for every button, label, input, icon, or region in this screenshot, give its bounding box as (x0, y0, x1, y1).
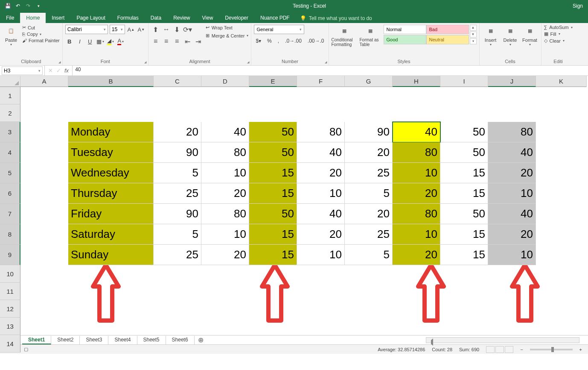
align-bottom-button[interactable]: ⬇ (172, 25, 182, 34)
cell-I4[interactable]: 50 (440, 142, 488, 163)
column-header-A[interactable]: A (20, 76, 68, 87)
cancel-formula-icon[interactable]: ✕ (48, 67, 53, 74)
font-color-button[interactable]: A (116, 37, 125, 46)
row-header-3[interactable]: 3 (0, 122, 20, 142)
cell-J6[interactable]: 10 (488, 183, 536, 204)
fill-button[interactable]: ▦Fill▾ (544, 31, 573, 37)
decrease-indent-button[interactable]: ⇤ (183, 37, 192, 46)
cut-button[interactable]: ✂ Cut (22, 25, 60, 30)
cell-C4[interactable]: 90 (154, 142, 201, 163)
cell-D7[interactable]: 80 (201, 204, 249, 224)
row-header-11[interactable]: 11 (0, 283, 20, 300)
cell-C6[interactable]: 25 (154, 183, 201, 204)
column-header-J[interactable]: J (488, 76, 536, 87)
row-header-7[interactable]: 7 (0, 204, 20, 224)
cell-F5[interactable]: 20 (297, 163, 345, 183)
cell-B6[interactable]: Thursday (68, 183, 154, 204)
delete-cells-button[interactable]: ▦Delete▾ (502, 25, 519, 46)
row-header-5[interactable]: 5 (0, 163, 20, 183)
paste-button[interactable]: 📋 Paste ▾ (3, 25, 20, 46)
new-sheet-button[interactable]: ⊕ (195, 336, 207, 344)
cell-H5[interactable]: 10 (393, 163, 440, 183)
wrap-text-button[interactable]: ↩Wrap Text (206, 25, 249, 30)
cell-J4[interactable]: 40 (488, 142, 536, 163)
cell-F3[interactable]: 80 (297, 122, 345, 142)
fx-icon[interactable]: fx (64, 67, 69, 74)
sheet-tab-sheet1[interactable]: Sheet1 (22, 336, 51, 344)
column-header-D[interactable]: D (201, 76, 249, 87)
cell-J7[interactable]: 40 (488, 204, 536, 224)
cell-J8[interactable]: 20 (488, 224, 536, 245)
tell-me-input[interactable]: 💡 Tell me what you want to do (300, 15, 372, 23)
row-header-1[interactable]: 1 (0, 87, 20, 104)
column-header-B[interactable]: B (68, 76, 154, 87)
borders-button[interactable]: ▦ (96, 37, 105, 46)
conditional-formatting-button[interactable]: ▦ Conditional Formatting (332, 25, 357, 47)
tab-home[interactable]: Home (20, 13, 46, 23)
select-all-corner[interactable] (0, 76, 20, 87)
save-icon[interactable]: 💾 (3, 2, 12, 10)
comma-format-button[interactable]: , (276, 36, 281, 46)
cell-I3[interactable]: 50 (440, 122, 488, 142)
row-header-2[interactable]: 2 (0, 104, 20, 122)
cell-B5[interactable]: Wednesday (68, 163, 154, 183)
cell-I7[interactable]: 50 (440, 204, 488, 224)
cell-I9[interactable]: 15 (440, 245, 488, 265)
sheet-tab-sheet5[interactable]: Sheet5 (137, 336, 166, 344)
cell-I5[interactable]: 15 (440, 163, 488, 183)
format-cells-button[interactable]: ▦Format▾ (521, 25, 539, 46)
column-header-F[interactable]: F (297, 76, 345, 87)
tab-formulas[interactable]: Formulas (111, 13, 145, 23)
cell-B8[interactable]: Saturday (68, 224, 154, 245)
column-header-C[interactable]: C (154, 76, 201, 87)
cell-D5[interactable]: 10 (201, 163, 249, 183)
insert-cells-button[interactable]: ▦Insert▾ (482, 25, 499, 46)
zoom-slider[interactable] (530, 349, 573, 350)
clear-button[interactable]: ◇Clear▾ (544, 38, 573, 43)
font-name-select[interactable]: Calibri▾ (65, 25, 108, 34)
align-center-button[interactable]: ≡ (162, 37, 171, 46)
name-box[interactable]: H3 (2, 66, 43, 75)
macro-record-icon[interactable]: ▢ (24, 347, 28, 352)
gallery-down-icon[interactable]: ▼ (470, 32, 477, 38)
cell-D3[interactable]: 40 (201, 122, 249, 142)
cell-D9[interactable]: 20 (201, 245, 249, 265)
view-pagebreak-button[interactable] (505, 346, 513, 353)
tab-nuance-pdf[interactable]: Nuance PDF (254, 13, 296, 23)
tab-data[interactable]: Data (145, 13, 167, 23)
accounting-format-button[interactable]: $▾ (254, 36, 263, 46)
enter-formula-icon[interactable]: ✓ (56, 67, 61, 74)
cell-style-bad[interactable]: Bad (426, 25, 469, 34)
cell-E7[interactable]: 50 (249, 204, 297, 224)
cell-G8[interactable]: 25 (345, 224, 393, 245)
row-header-4[interactable]: 4 (0, 142, 20, 163)
bold-button[interactable]: B (65, 37, 74, 46)
align-left-button[interactable]: ≡ (151, 37, 160, 46)
cell-style-good[interactable]: Good (384, 35, 426, 44)
align-top-button[interactable]: ⬆ (151, 25, 160, 34)
column-header-K[interactable]: K (536, 76, 587, 87)
undo-icon[interactable]: ↶ (14, 2, 22, 10)
cell-E4[interactable]: 50 (249, 142, 297, 163)
cell-H3[interactable]: 40 (393, 122, 440, 142)
cell-style-neutral[interactable]: Neutral (426, 35, 469, 44)
orientation-button[interactable]: ⟳▾ (183, 25, 192, 34)
cell-C9[interactable]: 25 (154, 245, 201, 265)
increase-font-button[interactable]: A▲ (127, 25, 135, 34)
sheet-tab-sheet4[interactable]: Sheet4 (108, 336, 137, 344)
tab-review[interactable]: Review (167, 13, 196, 23)
signin-link[interactable]: Sign (573, 3, 588, 9)
cell-H6[interactable]: 20 (393, 183, 440, 204)
sheet-tab-sheet6[interactable]: Sheet6 (166, 336, 195, 344)
cell-I8[interactable]: 15 (440, 224, 488, 245)
cell-H4[interactable]: 80 (393, 142, 440, 163)
cell-F8[interactable]: 20 (297, 224, 345, 245)
cell-E5[interactable]: 15 (249, 163, 297, 183)
cell-B3[interactable]: Monday (68, 122, 154, 142)
row-header-14[interactable]: 14 (0, 335, 20, 353)
fill-color-button[interactable]: ◢ (106, 37, 115, 46)
row-header-13[interactable]: 13 (0, 318, 20, 335)
zoom-out-button[interactable]: − (520, 347, 523, 352)
cell-I6[interactable]: 15 (440, 183, 488, 204)
formula-input[interactable]: 40 (73, 66, 588, 75)
